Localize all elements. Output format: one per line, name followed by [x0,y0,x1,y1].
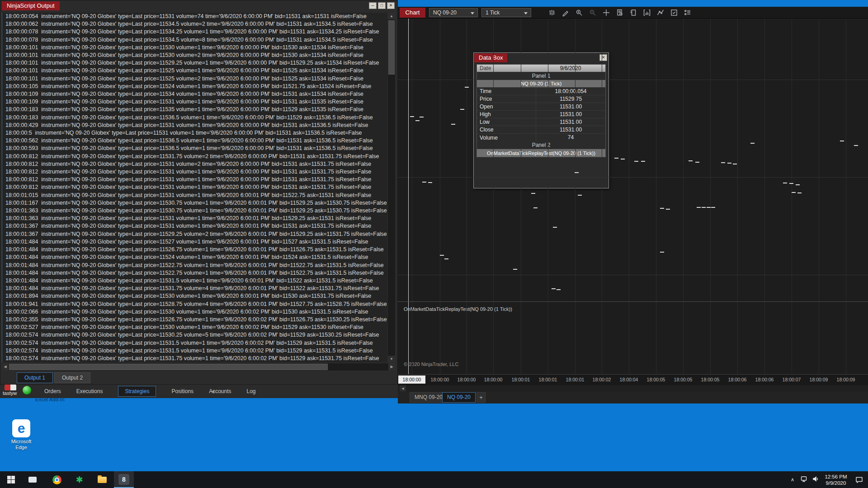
cc-tab-positions[interactable]: Positions [171,388,193,394]
horizontal-scroll-thumb[interactable] [9,364,328,370]
output-titlebar[interactable]: NinjaScript Output ─ □ ✕ [0,0,397,12]
output-tab[interactable]: Output 2 [54,372,90,383]
vertical-gridline [846,19,846,374]
horizontal-gridline [398,177,868,178]
log-line: 18:00:01:484 instrument='NQ 09-20 Globex… [2,246,387,253]
vertical-gridline [710,19,711,374]
edge-desktop-label[interactable]: Microsoft Edge [1,439,42,450]
edge-desktop-icon[interactable]: e [12,419,30,437]
minimize-icon[interactable]: ─ [369,2,377,9]
taskbar-app-ninjatrader[interactable]: 8 [114,471,134,488]
chart-plot-area[interactable]: OnMarketDataTickReplayTest(NQ 09-20 (1 T… [398,19,868,374]
field-value: 11531.00 [536,111,605,118]
chart-window-titlebar[interactable] [398,0,868,7]
field-label: Volume [477,135,536,141]
log-output-area[interactable]: 18:00:00:054 instrument='NQ 09-20 Globex… [2,13,387,362]
panel1-row: Panel 1 [477,72,605,80]
data-box-title: Data Box [474,53,507,62]
scroll-left-icon[interactable]: ◀ [2,363,9,371]
network-icon[interactable] [798,476,810,484]
volume-icon[interactable] [810,476,822,484]
tick-mark [689,160,693,161]
output-tab[interactable]: Output 1 [17,372,53,383]
data-box-window[interactable]: Data Box ✕ Date 9/6/2020 Panel 1 NQ 09-2… [473,52,609,188]
vertical-gridline [440,19,440,374]
scroll-up-icon[interactable]: ▲ [388,13,395,19]
tick-mark [840,141,844,141]
field-label: Time [477,88,536,94]
tick-mark [444,258,448,259]
taskbar-app-monitor[interactable] [23,471,42,488]
chart-tab-nq-09-20[interactable]: NQ 09-20 [442,392,476,403]
tick-mark [711,207,715,208]
close-icon[interactable]: ✕ [599,54,607,61]
data-box-row: Low11531.00 [477,118,605,126]
cc-tab-executions[interactable]: Executions [76,388,103,394]
vertical-scroll-thumb[interactable] [388,20,395,75]
strategies-icon[interactable] [670,9,678,17]
data-box-titlebar[interactable]: Data Box ✕ [474,53,609,63]
tick-mark [428,182,432,183]
tick-mark [797,192,802,193]
hidden-icons-chevron[interactable]: ∧ [787,477,798,483]
chart-panel-icon[interactable] [629,9,637,17]
taskbar-app-green[interactable]: ✱ [70,471,90,488]
time-axis-label: 18:00:00 [453,377,480,382]
drawing-tools-icon[interactable] [561,9,570,17]
taskbar-clock[interactable]: 12:56 PM 9/9/2020 [822,474,850,486]
maximize-icon[interactable]: □ [378,2,386,9]
chart-horizontal-scrollbar[interactable]: ◀ [398,385,868,391]
scroll-down-icon[interactable]: ▼ [388,356,395,362]
action-center-icon[interactable] [850,476,868,483]
tick-mark [707,207,711,208]
tick-mark [634,161,638,162]
log-line: 18:00:00:812 instrument='NQ 09-20 Globex… [2,168,387,176]
time-axis-label: 18:00:05 [642,377,670,382]
log-line: 18:00:00:812 instrument='NQ 09-20 Globex… [2,160,387,168]
time-axis-label: 18:00:09 [805,377,832,382]
panel-divider[interactable] [398,301,868,302]
indicators-icon[interactable] [656,9,665,17]
close-icon[interactable]: ✕ [387,2,395,9]
tick-mark [415,120,420,121]
vertical-scrollbar[interactable]: ▲ ▼ [388,13,395,362]
vertical-gridline [764,19,765,374]
scroll-right-icon[interactable]: ▶ [388,363,395,371]
zoom-in-icon[interactable] [575,9,583,17]
start-button[interactable] [1,471,21,488]
tick-mark [460,109,464,110]
data-box-icon[interactable] [616,9,624,17]
tick-mark [796,184,800,185]
properties-icon[interactable] [684,9,692,17]
log-line: 18:00:02:574 instrument='NQ 09-20 Globex… [2,347,387,355]
log-line: 18:00:01:484 instrument='NQ 09-20 Globex… [2,262,387,269]
log-line: 18:00:01:367 instrument='NQ 09-20 Globex… [2,222,387,230]
crosshair-icon[interactable] [602,9,610,17]
cc-tab-log[interactable]: Log [246,388,255,394]
taskbar-app-explorer[interactable] [92,471,112,488]
bar-type-icon[interactable] [548,9,556,17]
add-tab-button[interactable]: + [212,388,215,395]
tick-mark [578,195,582,196]
taskbar-app-chrome[interactable] [47,471,67,488]
log-line: 18:00:02:066 instrument='NQ 09-20 Globex… [2,308,387,316]
scroll-left-icon[interactable]: ◀ [400,385,406,391]
add-chart-tab-button[interactable]: + [476,392,486,403]
cc-tab-orders[interactable]: Orders [44,388,61,394]
data-box-row: Open11531.00 [477,103,605,111]
interval-dropdown[interactable]: 1 Tick [481,8,531,17]
chart-window-title: Chart [400,8,425,18]
tick-mark [621,159,625,160]
tick-mark [854,145,858,146]
horizontal-scrollbar[interactable]: ◀ ▶ [2,363,395,371]
tick-mark [557,289,561,290]
output-window-title: NinjaScript Output [2,1,60,10]
tick-mark [792,192,796,193]
log-line: 18:00:00:5 instrument='NQ 09-20 Globex' … [2,129,387,137]
vertical-gridline [602,19,602,374]
log-line: 18:00:02:527 instrument='NQ 09-20 Globex… [2,324,387,331]
cc-tab-strategies[interactable]: Strategies [118,386,156,397]
instrument-dropdown[interactable]: NQ 09-20 [429,8,478,17]
chart-trader-icon[interactable] [643,9,651,17]
time-axis-label: 18:00:05 [670,377,697,382]
